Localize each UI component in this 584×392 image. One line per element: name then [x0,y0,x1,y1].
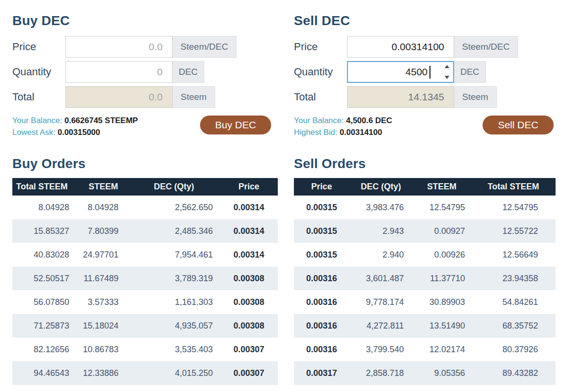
order-cell: 11.67489 [79,267,128,290]
buy-quantity-unit: DEC [173,61,204,83]
sell-panel: Sell DEC Price Steem/DEC Quantity [294,11,556,385]
buy-dec-button[interactable]: Buy DEC [200,116,271,134]
highest-bid-line: Highest Bid: 0.00314100 [294,126,392,138]
order-cell: 2,562.650 [128,196,220,219]
order-cell: 0.00308 [220,314,278,338]
buy-total-input [65,86,173,108]
sell-balance-value: 4,500.6 DEC [346,116,392,125]
order-cell: 3,601.487 [349,267,412,290]
table-row: 52.5051711.674893,789.3190.00308 [12,267,278,290]
table-row: 8.049288.049282,562.6500.00314 [12,196,278,219]
sell-quantity-input[interactable] [347,61,454,83]
column-header: Price [294,178,349,196]
table-row: 82.1265610.867833,535.4030.00307 [12,338,278,361]
buy-meta: Your Balance: 0.6626745 STEEMP Lowest As… [12,115,278,138]
order-cell: 0.00308 [220,267,278,290]
column-header: Total STEEM [471,178,556,196]
order-cell: 54.84261 [471,290,556,314]
order-cell: 0.00316 [294,314,349,338]
buy-quantity-label: Quantity [12,66,65,78]
lowest-ask-line: Lowest Ask: 0.00315000 [12,126,138,138]
table-row: 0.003163,799.54012.0217480.37926 [294,338,556,361]
order-cell: 12.54795 [412,196,471,219]
order-cell: 8.04928 [12,196,79,219]
table-row: 0.003152.9400.0092612.56649 [294,243,556,267]
order-cell: 4,935.057 [128,314,220,338]
order-cell: 94.46543 [12,361,79,385]
buy-orders-title: Buy Orders [12,156,278,171]
table-row: 94.4654312.338864,015.2500.00307 [12,361,278,385]
order-cell: 89.43282 [471,361,556,385]
number-stepper[interactable] [443,65,451,79]
table-row: 15.853277.803992,485.3460.00314 [12,219,278,243]
sell-total-unit: Steem [454,86,497,108]
stepper-up-icon[interactable] [445,65,449,68]
sell-quantity-unit: DEC [454,61,486,83]
order-cell: 0.00315 [294,219,349,243]
sell-orders-title: Sell Orders [294,156,556,171]
buy-total-unit: Steem [173,86,215,108]
order-cell: 52.50517 [12,267,79,290]
sell-meta: Your Balance: 4,500.6 DEC Highest Bid: 0… [294,115,556,138]
order-cell: 0.00316 [294,338,349,361]
order-cell: 0.00314 [220,196,278,219]
table-row: 0.003164,272.81113.5149068.35752 [294,314,556,338]
order-cell: 0.00317 [294,361,349,385]
order-cell: 15.18024 [79,314,128,338]
order-cell: 80.37926 [471,338,556,361]
order-cell: 3.57333 [79,290,128,314]
sell-price-unit: Steem/DEC [454,36,518,58]
stepper-down-icon[interactable] [445,76,449,79]
sell-total-input [347,86,454,108]
buy-price-unit: Steem/DEC [173,36,237,58]
order-cell: 3,799.540 [349,338,412,361]
buy-quantity-input[interactable] [65,61,173,83]
column-header: STEEM [79,178,128,196]
sell-orders-section: Sell Orders Price DEC (Qty) STEEM Total … [294,156,556,385]
table-row: 0.003153,983.47612.5479512.54795 [294,196,556,219]
order-cell: 10.86783 [79,338,128,361]
order-cell: 13.51490 [412,314,471,338]
column-header: STEEM [412,178,471,196]
order-cell: 12.02174 [412,338,471,361]
order-cell: 56.07850 [12,290,79,314]
order-cell: 9,778.174 [349,290,412,314]
order-cell: 12.54795 [471,196,556,219]
order-cell: 12.56649 [471,243,556,267]
order-cell: 0.00315 [294,243,349,267]
order-cell: 2.943 [349,219,412,243]
order-cell: 0.00926 [412,243,471,267]
buy-panel-title: Buy DEC [12,13,278,28]
order-cell: 2,485.346 [128,219,220,243]
lowest-ask-value: 0.00315000 [57,128,100,137]
order-cell: 7,954.461 [128,243,220,267]
table-row: 40.8302824.977017,954.4610.00314 [12,243,278,267]
order-cell: 82.12656 [12,338,79,361]
sell-quantity-row: Quantity DEC [294,61,556,83]
order-cell: 4,272.811 [349,314,412,338]
sell-price-input[interactable] [347,36,454,58]
sell-orders-header-row: Price DEC (Qty) STEEM Total STEEM [294,178,556,196]
order-cell: 0.00314 [220,219,278,243]
text-caret [429,66,430,79]
table-row: 56.078503.573331,161.3030.00308 [12,290,278,314]
sell-balance-line: Your Balance: 4,500.6 DEC [294,115,392,126]
table-row: 0.003163,601.48711.3771023.94358 [294,267,556,290]
order-cell: 2,858.718 [349,361,412,385]
order-cell: 3,983.476 [349,196,412,219]
order-cell: 23.94358 [471,267,556,290]
buy-orders-header-row: Total STEEM STEEM DEC (Qty) Price [12,178,278,196]
buy-orders-table: Total STEEM STEEM DEC (Qty) Price 8.0492… [12,178,278,385]
buy-quantity-row: Quantity DEC [12,61,278,83]
order-cell: 0.00315 [294,196,349,219]
buy-balance-line: Your Balance: 0.6626745 STEEMP [12,115,138,126]
sell-panel-title: Sell DEC [294,13,556,28]
lowest-ask-label: Lowest Ask: [12,128,55,137]
highest-bid-value: 0.00314100 [339,128,382,137]
order-cell: 15.85327 [12,219,79,243]
sell-quantity-label: Quantity [294,66,347,78]
order-cell: 0.00307 [220,361,278,385]
sell-dec-button[interactable]: Sell DEC [483,116,554,134]
order-cell: 0.00316 [294,267,349,290]
buy-price-input[interactable] [65,36,173,58]
